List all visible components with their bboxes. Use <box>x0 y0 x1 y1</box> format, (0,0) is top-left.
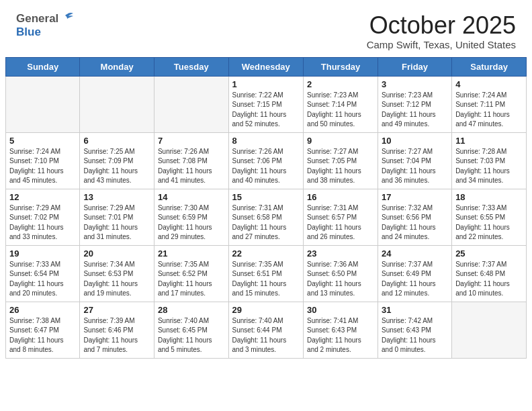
day-info: Sunrise: 7:27 AM Sunset: 7:04 PM Dayligh… <box>382 147 448 186</box>
day-info: Sunrise: 7:24 AM Sunset: 7:10 PM Dayligh… <box>9 147 76 186</box>
calendar-cell-w1-d4: 1Sunrise: 7:22 AM Sunset: 7:15 PM Daylig… <box>228 76 304 132</box>
day-info: Sunrise: 7:22 AM Sunset: 7:15 PM Dayligh… <box>232 91 300 130</box>
day-number: 25 <box>455 248 523 259</box>
calendar-cell-w5-d6: 31Sunrise: 7:42 AM Sunset: 6:43 PM Dayli… <box>378 302 452 358</box>
calendar-cell-w4-d4: 22Sunrise: 7:35 AM Sunset: 6:51 PM Dayli… <box>228 245 304 302</box>
calendar-cell-w3-d5: 16Sunrise: 7:31 AM Sunset: 6:57 PM Dayli… <box>304 189 378 245</box>
calendar-week-2: 5Sunrise: 7:24 AM Sunset: 7:10 PM Daylig… <box>6 132 527 189</box>
logo-general-text: General <box>16 12 58 26</box>
calendar-cell-w5-d2: 27Sunrise: 7:39 AM Sunset: 6:46 PM Dayli… <box>80 302 154 358</box>
day-info: Sunrise: 7:38 AM Sunset: 6:47 PM Dayligh… <box>9 316 76 355</box>
calendar-week-1: 1Sunrise: 7:22 AM Sunset: 7:15 PM Daylig… <box>6 76 527 132</box>
day-number: 29 <box>232 305 300 315</box>
day-info: Sunrise: 7:30 AM Sunset: 6:59 PM Dayligh… <box>158 203 225 242</box>
calendar-cell-w3-d4: 15Sunrise: 7:31 AM Sunset: 6:58 PM Dayli… <box>228 189 304 245</box>
calendar-cell-w5-d5: 30Sunrise: 7:41 AM Sunset: 6:43 PM Dayli… <box>304 302 378 358</box>
day-info: Sunrise: 7:40 AM Sunset: 6:44 PM Dayligh… <box>232 316 300 355</box>
day-number: 11 <box>455 136 523 146</box>
day-info: Sunrise: 7:34 AM Sunset: 6:53 PM Dayligh… <box>83 260 150 299</box>
day-info: Sunrise: 7:37 AM Sunset: 6:49 PM Dayligh… <box>382 260 448 299</box>
logo: General Blue <box>16 12 74 39</box>
weekday-wednesday: Wednesday <box>228 57 304 76</box>
title-block: October 2025 Camp Swift, Texas, United S… <box>367 12 516 50</box>
calendar-week-4: 19Sunrise: 7:33 AM Sunset: 6:54 PM Dayli… <box>6 245 527 302</box>
weekday-friday: Friday <box>378 57 452 76</box>
day-number: 4 <box>455 79 523 89</box>
day-number: 5 <box>9 136 76 146</box>
day-number: 7 <box>158 136 225 146</box>
calendar-cell-w1-d7: 4Sunrise: 7:24 AM Sunset: 7:11 PM Daylig… <box>452 76 527 132</box>
weekday-sunday: Sunday <box>6 57 80 76</box>
calendar-cell-w3-d2: 13Sunrise: 7:29 AM Sunset: 7:01 PM Dayli… <box>80 189 154 245</box>
calendar-cell-w4-d7: 25Sunrise: 7:37 AM Sunset: 6:48 PM Dayli… <box>452 245 527 302</box>
day-number: 26 <box>9 305 76 315</box>
day-info: Sunrise: 7:35 AM Sunset: 6:52 PM Dayligh… <box>158 260 225 299</box>
day-number: 30 <box>307 305 374 315</box>
calendar-header-row: Sunday Monday Tuesday Wednesday Thursday… <box>6 57 527 76</box>
calendar-cell-w3-d7: 18Sunrise: 7:33 AM Sunset: 6:55 PM Dayli… <box>452 189 527 245</box>
day-number: 21 <box>158 248 225 259</box>
calendar-cell-w5-d3: 28Sunrise: 7:40 AM Sunset: 6:45 PM Dayli… <box>154 302 228 358</box>
day-number: 27 <box>83 305 150 315</box>
day-info: Sunrise: 7:31 AM Sunset: 6:58 PM Dayligh… <box>232 203 300 242</box>
day-info: Sunrise: 7:40 AM Sunset: 6:45 PM Dayligh… <box>158 316 225 355</box>
calendar-cell-w2-d2: 6Sunrise: 7:25 AM Sunset: 7:09 PM Daylig… <box>80 132 154 189</box>
day-number: 24 <box>382 248 448 259</box>
calendar-cell-w4-d2: 20Sunrise: 7:34 AM Sunset: 6:53 PM Dayli… <box>80 245 154 302</box>
calendar-cell-w5-d1: 26Sunrise: 7:38 AM Sunset: 6:47 PM Dayli… <box>6 302 80 358</box>
day-number: 17 <box>382 192 448 202</box>
day-info: Sunrise: 7:33 AM Sunset: 6:54 PM Dayligh… <box>9 260 76 299</box>
calendar-body: 1Sunrise: 7:22 AM Sunset: 7:15 PM Daylig… <box>6 76 527 358</box>
calendar-cell-w2-d5: 9Sunrise: 7:27 AM Sunset: 7:05 PM Daylig… <box>304 132 378 189</box>
day-info: Sunrise: 7:25 AM Sunset: 7:09 PM Dayligh… <box>83 147 150 186</box>
day-number: 10 <box>382 136 448 146</box>
calendar-cell-w4-d6: 24Sunrise: 7:37 AM Sunset: 6:49 PM Dayli… <box>378 245 452 302</box>
calendar-cell-w1-d1 <box>6 76 80 132</box>
weekday-thursday: Thursday <box>304 57 378 76</box>
calendar-cell-w2-d1: 5Sunrise: 7:24 AM Sunset: 7:10 PM Daylig… <box>6 132 80 189</box>
day-info: Sunrise: 7:33 AM Sunset: 6:55 PM Dayligh… <box>455 203 523 242</box>
location-title: Camp Swift, Texas, United States <box>367 39 516 50</box>
calendar-cell-w3-d3: 14Sunrise: 7:30 AM Sunset: 6:59 PM Dayli… <box>154 189 228 245</box>
calendar-cell-w3-d1: 12Sunrise: 7:29 AM Sunset: 7:02 PM Dayli… <box>6 189 80 245</box>
day-number: 16 <box>307 192 374 202</box>
month-title: October 2025 <box>367 12 516 39</box>
day-info: Sunrise: 7:23 AM Sunset: 7:12 PM Dayligh… <box>382 91 448 130</box>
calendar-cell-w2-d4: 8Sunrise: 7:26 AM Sunset: 7:06 PM Daylig… <box>228 132 304 189</box>
calendar-cell-w2-d6: 10Sunrise: 7:27 AM Sunset: 7:04 PM Dayli… <box>378 132 452 189</box>
day-number: 6 <box>83 136 150 146</box>
day-number: 22 <box>232 248 300 259</box>
weekday-monday: Monday <box>80 57 154 76</box>
day-number: 1 <box>232 79 300 89</box>
calendar-cell-w1-d2 <box>80 76 154 132</box>
calendar-cell-w1-d6: 3Sunrise: 7:23 AM Sunset: 7:12 PM Daylig… <box>378 76 452 132</box>
calendar-table: Sunday Monday Tuesday Wednesday Thursday… <box>5 57 527 359</box>
day-number: 31 <box>382 305 448 315</box>
calendar-cell-w1-d5: 2Sunrise: 7:23 AM Sunset: 7:14 PM Daylig… <box>304 76 378 132</box>
logo-bird-icon <box>60 12 74 26</box>
calendar-week-5: 26Sunrise: 7:38 AM Sunset: 6:47 PM Dayli… <box>6 302 527 358</box>
day-number: 20 <box>83 248 150 259</box>
day-info: Sunrise: 7:23 AM Sunset: 7:14 PM Dayligh… <box>307 91 374 130</box>
day-info: Sunrise: 7:35 AM Sunset: 6:51 PM Dayligh… <box>232 260 300 299</box>
day-info: Sunrise: 7:26 AM Sunset: 7:08 PM Dayligh… <box>158 147 225 186</box>
day-info: Sunrise: 7:26 AM Sunset: 7:06 PM Dayligh… <box>232 147 300 186</box>
day-info: Sunrise: 7:29 AM Sunset: 7:02 PM Dayligh… <box>9 203 76 242</box>
day-number: 2 <box>307 79 374 89</box>
calendar-cell-w5-d4: 29Sunrise: 7:40 AM Sunset: 6:44 PM Dayli… <box>228 302 304 358</box>
calendar-week-3: 12Sunrise: 7:29 AM Sunset: 7:02 PM Dayli… <box>6 189 527 245</box>
day-info: Sunrise: 7:41 AM Sunset: 6:43 PM Dayligh… <box>307 316 374 355</box>
weekday-tuesday: Tuesday <box>154 57 228 76</box>
day-number: 28 <box>158 305 225 315</box>
day-info: Sunrise: 7:32 AM Sunset: 6:56 PM Dayligh… <box>382 203 448 242</box>
calendar-cell-w5-d7 <box>452 302 527 358</box>
calendar-cell-w4-d3: 21Sunrise: 7:35 AM Sunset: 6:52 PM Dayli… <box>154 245 228 302</box>
day-number: 23 <box>307 248 374 259</box>
day-number: 8 <box>232 136 300 146</box>
weekday-saturday: Saturday <box>452 57 527 76</box>
day-info: Sunrise: 7:29 AM Sunset: 7:01 PM Dayligh… <box>83 203 150 242</box>
calendar-cell-w2-d3: 7Sunrise: 7:26 AM Sunset: 7:08 PM Daylig… <box>154 132 228 189</box>
calendar-cell-w4-d1: 19Sunrise: 7:33 AM Sunset: 6:54 PM Dayli… <box>6 245 80 302</box>
day-number: 18 <box>455 192 523 202</box>
day-info: Sunrise: 7:24 AM Sunset: 7:11 PM Dayligh… <box>455 91 523 130</box>
